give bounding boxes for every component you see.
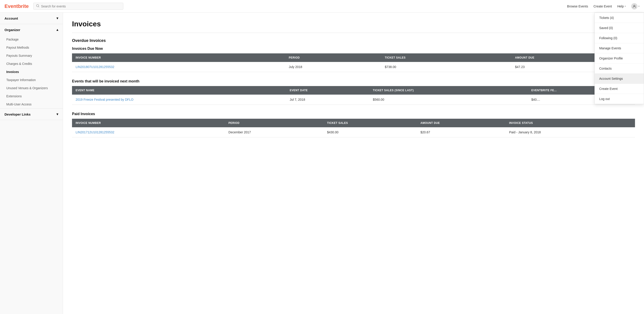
sidebar-account-header[interactable]: Account ▾ (0, 13, 63, 24)
due-now-table-body: LIN201807U101281255532 July 2018 $738.00… (72, 62, 635, 72)
due-now-period-cell: July 2018 (285, 62, 381, 72)
paid-col-ticket-sales: TICKET SALES (323, 119, 417, 127)
dropdown-item-logout[interactable]: Log out (595, 94, 644, 104)
paid-period-cell: December 2017 (225, 127, 323, 137)
user-chevron-icon: ▾ (638, 5, 640, 8)
paid-col-invoice-number: INVOICE NUMBER (72, 119, 225, 127)
next-month-table: EVENT NAME EVENT DATE TICKET SALES (SINC… (72, 86, 635, 105)
paid-invoice-number-cell: LIN201712U101281255532 (72, 127, 225, 137)
nm-event-name-cell: 2019 Freeze Festival presented by DFLO (72, 95, 286, 105)
paid-table-body: LIN201712U101281255532 December 2017 $43… (72, 127, 635, 137)
overdue-invoices-title: Overdue Invoices (72, 38, 635, 43)
nm-col-event-date: EVENT DATE (286, 86, 369, 95)
dropdown-item-contacts[interactable]: Contacts (595, 64, 644, 74)
due-now-invoice-number-cell: LIN201807U101281255532 (72, 62, 285, 72)
paid-ticket-sales-cell: $430.00 (323, 127, 417, 137)
paid-col-amount-due: AMOUNT DUE (417, 119, 506, 127)
dropdown-item-manage-events[interactable]: Manage Events (595, 43, 644, 53)
dropdown-item-following[interactable]: Following (0) (595, 33, 644, 43)
sidebar-organizer-section: Organizer ▴ Package Payout Methods Payou… (0, 24, 63, 109)
sidebar-item-taxpayer-info[interactable]: Taxpayer Information (0, 76, 63, 84)
help-chevron-icon: ▾ (625, 5, 626, 8)
next-month-table-header: EVENT NAME EVENT DATE TICKET SALES (SINC… (72, 86, 635, 95)
header: Eventbrite Browse Events Create Event He… (0, 0, 644, 13)
sidebar-developer-label: Developer Links (4, 112, 30, 116)
search-icon (36, 4, 40, 8)
logo[interactable]: Eventbrite (4, 4, 29, 9)
main-content: Invoices Overdue Invoices Invoices Due N… (63, 13, 644, 314)
due-now-col-ticket-sales: TICKET SALES (381, 53, 512, 62)
due-now-title: Invoices Due Now (72, 47, 635, 51)
due-now-col-period: PERIOD (285, 53, 381, 62)
due-now-invoice-link[interactable]: LIN201807U101281255532 (76, 65, 114, 69)
next-month-title: Events that will be invoiced next month (72, 79, 635, 83)
sidebar-organizer-label: Organizer (4, 28, 20, 32)
user-avatar-icon (631, 3, 638, 10)
nm-ticket-sales-cell: $560.00 (369, 95, 528, 105)
search-input[interactable] (41, 5, 120, 8)
table-row: 2019 Freeze Festival presented by DFLO J… (72, 95, 635, 105)
sidebar-item-multi-user[interactable]: Multi-User Access (0, 100, 63, 108)
sidebar-account-section: Account ▾ (0, 13, 63, 24)
paid-col-period: PERIOD (225, 119, 323, 127)
paid-invoice-link[interactable]: LIN201712U101281255532 (76, 130, 114, 134)
main-layout: Account ▾ Organizer ▴ Package Payout Met… (0, 13, 644, 314)
user-dropdown-menu: Tickets (4) Saved (0) Following (0) Mana… (594, 13, 644, 104)
due-now-ticket-sales-cell: $738.00 (381, 62, 512, 72)
sidebar-developer-header[interactable]: Developer Links ▾ (0, 109, 63, 120)
sidebar-item-payouts-summary[interactable]: Payouts Summary (0, 52, 63, 60)
paid-amount-due-cell: $20.67 (417, 127, 506, 137)
nm-col-ticket-sales: TICKET SALES (SINCE LAST) (369, 86, 528, 95)
due-now-col-invoice-number: INVOICE NUMBER (72, 53, 285, 62)
user-menu-button[interactable]: ▾ (631, 3, 640, 10)
dropdown-item-create-event[interactable]: Create Event (595, 84, 644, 94)
nm-event-date-cell: Jul 7, 2018 (286, 95, 369, 105)
sidebar-organizer-chevron-icon: ▴ (56, 28, 58, 32)
nm-col-event-name: EVENT NAME (72, 86, 286, 95)
sidebar-account-chevron-icon: ▾ (56, 16, 58, 20)
next-month-table-body: 2019 Freeze Festival presented by DFLO J… (72, 95, 635, 105)
sidebar-item-unused-venues[interactable]: Unused Venues & Organizers (0, 84, 63, 92)
sidebar-item-charges-credits[interactable]: Charges & Credits (0, 60, 63, 68)
header-nav: Browse Events Create Event Help ▾ ▾ (567, 3, 640, 10)
help-button[interactable]: Help ▾ (617, 5, 626, 8)
paid-col-invoice-status: INVOICE STATUS (506, 119, 635, 127)
paid-table-header: INVOICE NUMBER PERIOD TICKET SALES AMOUN… (72, 119, 635, 127)
help-label: Help (617, 5, 624, 8)
svg-line-1 (38, 7, 39, 7)
due-now-table-header: INVOICE NUMBER PERIOD TICKET SALES AMOUN… (72, 53, 635, 62)
dropdown-item-tickets[interactable]: Tickets (4) (595, 13, 644, 23)
sidebar: Account ▾ Organizer ▴ Package Payout Met… (0, 13, 63, 314)
sidebar-account-label: Account (4, 17, 18, 20)
search-bar[interactable] (33, 3, 123, 10)
paid-invoice-status-cell: Paid - January 8, 2018 (506, 127, 635, 137)
sidebar-item-payout-methods[interactable]: Payout Methods (0, 44, 63, 52)
dropdown-item-organizer-profile[interactable]: Organizer Profile (595, 53, 644, 64)
svg-point-0 (36, 5, 39, 7)
create-event-link[interactable]: Create Event (593, 5, 612, 8)
paid-table: INVOICE NUMBER PERIOD TICKET SALES AMOUN… (72, 119, 635, 137)
nm-event-link[interactable]: 2019 Freeze Festival presented by DFLO (76, 98, 134, 101)
sidebar-item-package[interactable]: Package (0, 35, 63, 44)
table-row: LIN201712U101281255532 December 2017 $43… (72, 127, 635, 137)
sidebar-developer-chevron-icon: ▾ (56, 112, 58, 116)
dropdown-item-account-settings[interactable]: Account Settings (595, 74, 644, 84)
paid-invoices-title: Paid Invoices (72, 112, 635, 116)
page-title: Invoices (72, 20, 635, 28)
sidebar-organizer-header[interactable]: Organizer ▴ (0, 24, 63, 35)
due-now-table: INVOICE NUMBER PERIOD TICKET SALES AMOUN… (72, 53, 635, 72)
sidebar-item-invoices[interactable]: Invoices (0, 68, 63, 76)
table-row: LIN201807U101281255532 July 2018 $738.00… (72, 62, 635, 72)
sidebar-item-extensions[interactable]: Extensions (0, 92, 63, 100)
dropdown-item-saved[interactable]: Saved (0) (595, 23, 644, 33)
sidebar-developer-section: Developer Links ▾ (0, 109, 63, 120)
svg-point-2 (634, 5, 635, 7)
browse-events-link[interactable]: Browse Events (567, 5, 588, 8)
